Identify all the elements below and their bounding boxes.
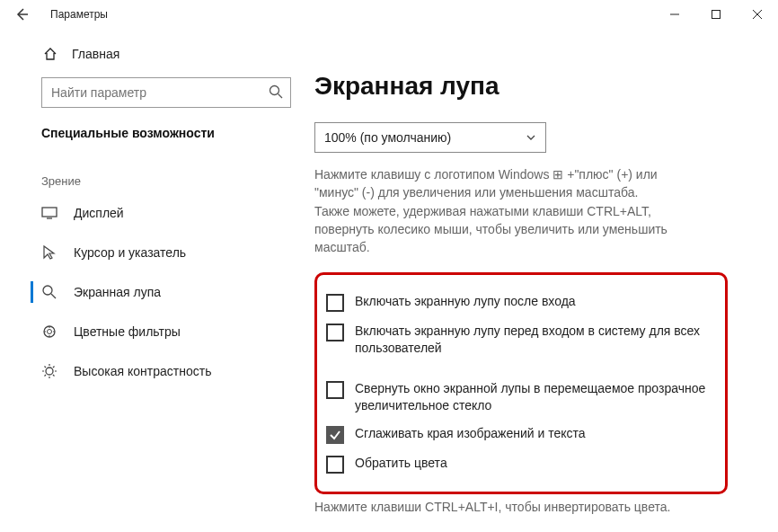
maximize-button[interactable] xyxy=(695,0,737,29)
settings-window: Параметры Главная xyxy=(0,0,778,532)
search-box[interactable] xyxy=(41,77,291,108)
options-highlight-box: Включать экранную лупу после входа Включ… xyxy=(314,272,728,494)
svg-point-5 xyxy=(48,330,52,334)
group-label-vision: Зрение xyxy=(0,149,305,193)
window-title: Параметры xyxy=(50,8,108,21)
svg-point-6 xyxy=(46,368,53,375)
page-title: Экранная лупа xyxy=(314,72,751,101)
close-icon xyxy=(753,10,762,19)
sidebar-item-cursor[interactable]: Курсор и указатель xyxy=(0,233,305,272)
search-icon xyxy=(268,84,284,100)
sidebar-item-label: Цветные фильтры xyxy=(74,324,181,339)
color-filters-icon xyxy=(41,324,57,340)
display-icon xyxy=(41,205,57,221)
zoom-level-select[interactable]: 100% (по умолчанию) xyxy=(314,122,546,153)
back-arrow-icon xyxy=(14,7,29,22)
sidebar-item-magnifier[interactable]: Экранная лупа xyxy=(0,272,305,312)
minimize-icon xyxy=(670,10,679,19)
checkbox-start-after-signin[interactable]: Включать экранную лупу после входа xyxy=(326,288,711,317)
chevron-down-icon xyxy=(526,132,536,143)
high-contrast-icon xyxy=(41,363,57,379)
maximize-icon xyxy=(712,10,721,19)
title-bar: Параметры xyxy=(0,0,778,29)
home-icon xyxy=(43,47,57,61)
sidebar-item-label: Высокая контрастность xyxy=(74,364,211,378)
section-title: Специальные возможности xyxy=(0,117,305,149)
zoom-shortcut-hint-2: Также можете, удерживая нажатыми клавиши… xyxy=(314,202,701,257)
close-button[interactable] xyxy=(737,0,778,29)
body: Главная Специальные возможности Зрение Д… xyxy=(0,29,778,532)
sidebar-item-color-filters[interactable]: Цветные фильтры xyxy=(0,312,305,351)
checkbox-icon xyxy=(326,456,344,474)
zoom-level-value: 100% (по умолчанию) xyxy=(324,130,451,145)
checkbox-collapse-to-lens[interactable]: Свернуть окно экранной лупы в перемещаем… xyxy=(326,375,711,420)
search-wrap xyxy=(41,77,291,108)
svg-point-3 xyxy=(43,286,52,295)
svg-point-1 xyxy=(270,86,279,95)
sidebar-item-label: Экранная лупа xyxy=(74,285,161,299)
checkbox-label: Включать экранную лупу после входа xyxy=(355,293,576,310)
checkbox-icon xyxy=(326,381,344,399)
checkbox-label: Сглаживать края изображений и текста xyxy=(355,425,586,442)
checkbox-icon-checked xyxy=(326,426,344,444)
window-controls xyxy=(654,0,778,29)
checkbox-smooth-edges[interactable]: Сглаживать края изображений и текста xyxy=(326,420,711,449)
checkbox-label: Обратить цвета xyxy=(355,455,447,472)
sidebar-item-display[interactable]: Дисплей xyxy=(0,193,305,233)
search-input[interactable] xyxy=(41,77,291,108)
checkbox-start-before-signin[interactable]: Включать экранную лупу перед входом в си… xyxy=(326,317,711,362)
checkbox-label: Включать экранную лупу перед входом в си… xyxy=(355,323,711,357)
cursor-icon xyxy=(41,244,57,261)
checkbox-label: Свернуть окно экранной лупы в перемещаем… xyxy=(355,380,711,414)
checkbox-icon xyxy=(326,294,344,312)
home-label: Главная xyxy=(72,47,119,61)
sidebar-item-label: Курсор и указатель xyxy=(74,245,186,260)
back-button[interactable] xyxy=(0,0,43,29)
checkbox-invert-colors[interactable]: Обратить цвета xyxy=(326,449,711,479)
checkbox-icon xyxy=(326,324,344,341)
minimize-button[interactable] xyxy=(654,0,695,29)
zoom-shortcut-hint-1: Нажмите клавишу с логотипом Windows ⊞ +"… xyxy=(314,165,701,202)
sidebar-item-label: Дисплей xyxy=(74,206,124,220)
magnifier-icon xyxy=(41,284,57,300)
content-pane: Экранная лупа 100% (по умолчанию) Нажмит… xyxy=(305,29,778,532)
sidebar: Главная Специальные возможности Зрение Д… xyxy=(0,29,305,532)
home-button[interactable]: Главная xyxy=(0,36,305,72)
svg-rect-0 xyxy=(712,11,721,19)
svg-rect-2 xyxy=(42,208,57,217)
sidebar-item-high-contrast[interactable]: Высокая контрастность xyxy=(0,351,305,391)
invert-shortcut-hint: Нажмите клавиши CTRL+ALT+I, чтобы инверт… xyxy=(314,500,751,514)
